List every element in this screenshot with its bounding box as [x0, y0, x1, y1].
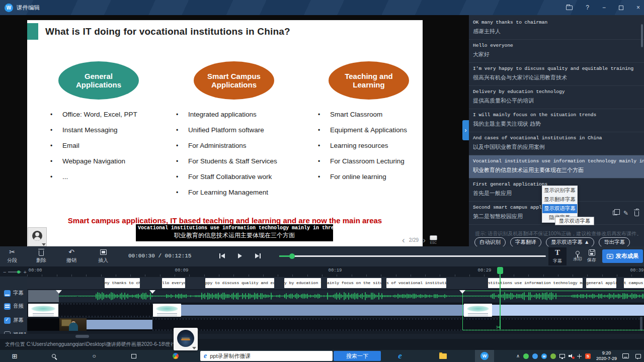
- screen-thumbnail[interactable]: [28, 304, 58, 317]
- w-tray-icon[interactable]: w: [541, 353, 547, 359]
- prev-page-button[interactable]: ‹: [402, 236, 405, 244]
- bullet-item: • Office: Word, Excel, PPT: [50, 111, 137, 126]
- subtitle-clip[interactable]: ppy to discuss quality and equitab: [205, 278, 274, 288]
- sogou-tray-icon[interactable]: S: [585, 353, 591, 359]
- subtitle-row[interactable]: And cases of vocational institutions in …: [469, 132, 644, 155]
- trash-icon[interactable]: [634, 211, 639, 216]
- screen-thumbnail[interactable]: [153, 304, 181, 317]
- browser-tray-icon[interactable]: [532, 353, 538, 359]
- subtitle-clip[interactable]: ainly focus on the situatio: [327, 278, 381, 288]
- search-submit-button[interactable]: 搜索一下: [334, 351, 381, 361]
- webcam-preview-card[interactable]: [174, 328, 198, 350]
- screen-clip-block-selected[interactable]: [492, 305, 644, 316]
- play-button[interactable]: [238, 253, 242, 258]
- save-tool-button[interactable]: 保存: [583, 247, 601, 265]
- taskbar-search-box[interactable]: e ppt录屏制作微课: [200, 351, 333, 361]
- seek-thumb[interactable]: [289, 253, 295, 259]
- panel-scrollbar[interactable]: [641, 24, 643, 47]
- subtitle-row[interactable]: I will mainly focus on the situation tre…: [469, 109, 644, 132]
- video-clip-block[interactable]: [87, 320, 152, 329]
- subtitle-row[interactable]: Vocational institutions use information …: [469, 155, 644, 178]
- subtitle-tool-button[interactable]: T 字幕: [548, 247, 567, 265]
- monitor-tray-icon[interactable]: [559, 354, 565, 358]
- wechat-tray-icon[interactable]: [523, 353, 529, 359]
- subtitle-clip[interactable]: t campus a: [624, 278, 644, 288]
- publish-button[interactable]: 发布成果: [602, 249, 643, 263]
- segment-tool[interactable]: ✂ 分段: [1, 248, 23, 264]
- track-label-subtitle[interactable]: 字幕: [0, 287, 27, 299]
- panel-pill-button[interactable]: 导出字幕: [599, 237, 630, 247]
- video-track[interactable]: [27, 318, 644, 331]
- copy-icon[interactable]: [613, 211, 617, 215]
- ruler-label: 00:19: [328, 268, 342, 273]
- topic-bubble: Smart Campus Applications: [194, 61, 274, 100]
- undo-tool[interactable]: ↶ 撤销: [60, 248, 83, 264]
- webcam-avatar[interactable]: [28, 227, 47, 246]
- seek-bar[interactable]: [279, 255, 546, 257]
- menu-item[interactable]: 显示翻译字幕: [542, 195, 577, 204]
- timeline-vertical-scrollbar[interactable]: [640, 317, 642, 331]
- segment-marker[interactable]: [459, 290, 465, 294]
- subtitle-row[interactable]: Hello everyone 大家好: [469, 40, 644, 63]
- menu-item[interactable]: 显示双语字幕: [542, 204, 577, 213]
- menu-item[interactable]: 显示识别字幕: [542, 186, 577, 195]
- active-app-button[interactable]: W: [475, 350, 494, 362]
- subtitle-clip[interactable]: stitutions use information technology ma…: [488, 278, 583, 288]
- shield-tray-icon[interactable]: [550, 353, 556, 359]
- subtitle-row[interactable]: Delivery by education technology 提供高质量和公…: [469, 86, 644, 109]
- action-center-icon[interactable]: [635, 354, 641, 358]
- cortana-button[interactable]: ○: [90, 350, 99, 362]
- subtitle-row[interactable]: I'm very happy to discuss quality and eq…: [469, 63, 644, 86]
- scissors-icon: ✂: [9, 248, 15, 256]
- panel-pill-button[interactable]: 显示双语字幕 ▲: [546, 237, 594, 247]
- previous-button[interactable]: [219, 253, 225, 258]
- video-person-thumbnail[interactable]: [59, 318, 87, 331]
- help-button[interactable]: ?: [586, 4, 589, 11]
- screen-thumbnail[interactable]: [464, 304, 492, 317]
- playhead-handle[interactable]: [497, 267, 503, 274]
- input-method-icon[interactable]: [577, 354, 582, 358]
- track-label-audio[interactable]: 音频: [0, 300, 27, 312]
- subtitle-clip[interactable]: llo everyone: [162, 278, 185, 288]
- person-icon: [32, 231, 42, 241]
- edit-icon[interactable]: ✎: [623, 210, 628, 216]
- open-file-icon[interactable]: [566, 6, 573, 10]
- close-button[interactable]: ×: [636, 4, 640, 11]
- subtitle-clip[interactable]: general applicat: [586, 278, 616, 288]
- subtitle-row[interactable]: OK many thanks to chairman 感谢主持人: [469, 17, 644, 40]
- next-page-button[interactable]: ›: [423, 236, 426, 244]
- subtitle-clip[interactable]: ny thanks to cha: [105, 278, 140, 288]
- split-scissors-icon[interactable]: ✂: [496, 324, 501, 331]
- horizontal-scroll-thumb[interactable]: [75, 335, 89, 338]
- panel-pill-button[interactable]: 自动识别: [474, 237, 506, 247]
- segment-marker[interactable]: [149, 290, 155, 294]
- insert-tool[interactable]: 插入: [92, 248, 114, 264]
- taskbar-clock[interactable]: 9:20 2020-7-29: [596, 350, 617, 361]
- horizontal-scrollbar[interactable]: [0, 334, 644, 339]
- subtitle-clip[interactable]: y by education tech: [284, 278, 321, 288]
- taskbar-search-button[interactable]: [49, 350, 58, 362]
- segment-marker[interactable]: [56, 290, 62, 294]
- next-button[interactable]: [255, 253, 261, 258]
- panel-pill-button[interactable]: 字幕翻译: [510, 237, 541, 247]
- edge-button[interactable]: e: [395, 350, 405, 362]
- esc-key-button[interactable]: ESC: [430, 235, 437, 244]
- start-button[interactable]: ⊞: [10, 350, 19, 362]
- screen-track[interactable]: [27, 303, 644, 317]
- task-view-button[interactable]: [129, 350, 138, 362]
- delete-tool[interactable]: 删除: [30, 248, 52, 264]
- maximize-button[interactable]: [619, 6, 623, 10]
- minimize-button[interactable]: −: [602, 4, 606, 11]
- playhead-line[interactable]: [500, 267, 501, 329]
- tray-chevron-icon[interactable]: ∧: [516, 353, 520, 358]
- track-label-screen[interactable]: 屏幕: [0, 313, 27, 327]
- app-window: W 课件编辑 ? − × What is IT doing for vocati…: [0, 0, 644, 362]
- screen-clip-block[interactable]: [181, 305, 464, 316]
- panel-collapse-handle[interactable]: ›: [462, 120, 469, 140]
- audio-track[interactable]: [27, 290, 644, 302]
- pinned-app-button[interactable]: [171, 350, 180, 362]
- touch-keyboard-icon[interactable]: [622, 353, 629, 358]
- file-explorer-button[interactable]: [438, 350, 448, 362]
- muted-speaker-icon[interactable]: [569, 353, 574, 358]
- subtitle-clip[interactable]: s of vocational institutions: [386, 278, 446, 288]
